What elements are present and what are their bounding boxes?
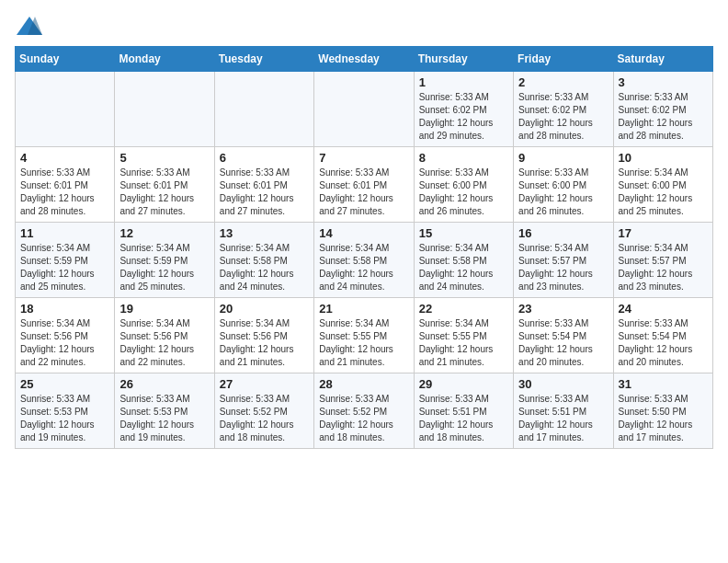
day-number: 20	[220, 302, 309, 316]
cell-details: Sunrise: 5:33 AM Sunset: 6:01 PM Dayligh…	[319, 167, 408, 218]
col-header-monday: Monday	[115, 47, 214, 72]
cell-details: Sunrise: 5:33 AM Sunset: 5:53 PM Dayligh…	[119, 393, 209, 444]
day-number: 2	[518, 75, 608, 89]
calendar-table: SundayMondayTuesdayWednesdayThursdayFrid…	[15, 46, 713, 449]
cell-details: Sunrise: 5:33 AM Sunset: 6:02 PM Dayligh…	[518, 91, 608, 143]
day-number: 1	[419, 75, 508, 89]
cell-details: Sunrise: 5:33 AM Sunset: 6:02 PM Dayligh…	[619, 91, 708, 143]
calendar-week-5: 25Sunrise: 5:33 AM Sunset: 5:53 PM Dayli…	[16, 373, 713, 449]
day-number: 12	[119, 226, 209, 240]
calendar-header-row: SundayMondayTuesdayWednesdayThursdayFrid…	[16, 47, 713, 72]
cell-details: Sunrise: 5:34 AM Sunset: 5:56 PM Dayligh…	[220, 317, 309, 369]
calendar-cell	[16, 72, 115, 147]
day-number: 5	[119, 151, 209, 165]
cell-details: Sunrise: 5:33 AM Sunset: 5:51 PM Dayligh…	[518, 393, 608, 444]
col-header-thursday: Thursday	[414, 47, 513, 72]
cell-details: Sunrise: 5:33 AM Sunset: 5:50 PM Dayligh…	[619, 393, 708, 444]
col-header-friday: Friday	[514, 47, 613, 72]
day-number: 21	[319, 302, 408, 316]
logo	[15, 15, 48, 40]
calendar-week-3: 11Sunrise: 5:34 AM Sunset: 5:59 PM Dayli…	[16, 223, 713, 298]
cell-details: Sunrise: 5:33 AM Sunset: 5:54 PM Dayligh…	[619, 317, 708, 369]
day-number: 22	[419, 302, 508, 316]
day-number: 7	[319, 151, 408, 165]
cell-details: Sunrise: 5:33 AM Sunset: 6:00 PM Dayligh…	[518, 167, 608, 218]
day-number: 18	[20, 302, 109, 316]
day-number: 25	[20, 377, 109, 391]
cell-details: Sunrise: 5:33 AM Sunset: 5:51 PM Dayligh…	[419, 393, 508, 444]
cell-details: Sunrise: 5:34 AM Sunset: 5:56 PM Dayligh…	[20, 317, 109, 369]
cell-details: Sunrise: 5:33 AM Sunset: 5:52 PM Dayligh…	[220, 393, 309, 444]
cell-details: Sunrise: 5:34 AM Sunset: 6:00 PM Dayligh…	[619, 167, 708, 218]
calendar-cell: 24Sunrise: 5:33 AM Sunset: 5:54 PM Dayli…	[613, 298, 712, 373]
calendar-cell: 31Sunrise: 5:33 AM Sunset: 5:50 PM Dayli…	[613, 373, 712, 449]
calendar-cell	[214, 72, 313, 147]
cell-details: Sunrise: 5:34 AM Sunset: 5:59 PM Dayligh…	[119, 242, 209, 293]
cell-details: Sunrise: 5:34 AM Sunset: 5:55 PM Dayligh…	[319, 317, 408, 369]
calendar-cell	[314, 72, 414, 147]
day-number: 23	[518, 302, 608, 316]
calendar-cell	[115, 72, 214, 147]
cell-details: Sunrise: 5:34 AM Sunset: 5:57 PM Dayligh…	[619, 242, 708, 293]
calendar-cell: 22Sunrise: 5:34 AM Sunset: 5:55 PM Dayli…	[414, 298, 513, 373]
cell-details: Sunrise: 5:33 AM Sunset: 6:01 PM Dayligh…	[220, 167, 309, 218]
calendar-cell: 28Sunrise: 5:33 AM Sunset: 5:52 PM Dayli…	[314, 373, 414, 449]
day-number: 16	[518, 226, 608, 240]
calendar-cell: 25Sunrise: 5:33 AM Sunset: 5:53 PM Dayli…	[16, 373, 115, 449]
calendar-cell: 18Sunrise: 5:34 AM Sunset: 5:56 PM Dayli…	[16, 298, 115, 373]
day-number: 11	[20, 226, 109, 240]
col-header-wednesday: Wednesday	[314, 47, 414, 72]
cell-details: Sunrise: 5:33 AM Sunset: 5:54 PM Dayligh…	[518, 317, 608, 369]
cell-details: Sunrise: 5:34 AM Sunset: 5:59 PM Dayligh…	[20, 242, 109, 293]
day-number: 17	[619, 226, 708, 240]
calendar-cell: 20Sunrise: 5:34 AM Sunset: 5:56 PM Dayli…	[214, 298, 313, 373]
calendar-cell: 19Sunrise: 5:34 AM Sunset: 5:56 PM Dayli…	[115, 298, 214, 373]
calendar-cell: 1Sunrise: 5:33 AM Sunset: 6:02 PM Daylig…	[414, 72, 513, 147]
calendar-cell: 9Sunrise: 5:33 AM Sunset: 6:00 PM Daylig…	[514, 147, 613, 223]
cell-details: Sunrise: 5:34 AM Sunset: 5:58 PM Dayligh…	[220, 242, 309, 293]
col-header-tuesday: Tuesday	[214, 47, 313, 72]
calendar-cell: 16Sunrise: 5:34 AM Sunset: 5:57 PM Dayli…	[514, 223, 613, 298]
cell-details: Sunrise: 5:34 AM Sunset: 5:56 PM Dayligh…	[119, 317, 209, 369]
calendar-cell: 12Sunrise: 5:34 AM Sunset: 5:59 PM Dayli…	[115, 223, 214, 298]
cell-details: Sunrise: 5:33 AM Sunset: 6:01 PM Dayligh…	[119, 167, 209, 218]
calendar-cell: 21Sunrise: 5:34 AM Sunset: 5:55 PM Dayli…	[314, 298, 414, 373]
calendar-cell: 17Sunrise: 5:34 AM Sunset: 5:57 PM Dayli…	[613, 223, 712, 298]
cell-details: Sunrise: 5:34 AM Sunset: 5:57 PM Dayligh…	[518, 242, 608, 293]
calendar-cell: 7Sunrise: 5:33 AM Sunset: 6:01 PM Daylig…	[314, 147, 414, 223]
day-number: 8	[419, 151, 508, 165]
day-number: 28	[319, 377, 408, 391]
day-number: 26	[119, 377, 209, 391]
calendar-cell: 2Sunrise: 5:33 AM Sunset: 6:02 PM Daylig…	[514, 72, 613, 147]
calendar-week-4: 18Sunrise: 5:34 AM Sunset: 5:56 PM Dayli…	[16, 298, 713, 373]
cell-details: Sunrise: 5:33 AM Sunset: 5:52 PM Dayligh…	[319, 393, 408, 444]
logo-icon	[15, 15, 44, 40]
day-number: 9	[518, 151, 608, 165]
calendar-week-2: 4Sunrise: 5:33 AM Sunset: 6:01 PM Daylig…	[16, 147, 713, 223]
day-number: 24	[619, 302, 708, 316]
calendar-cell: 11Sunrise: 5:34 AM Sunset: 5:59 PM Dayli…	[16, 223, 115, 298]
cell-details: Sunrise: 5:34 AM Sunset: 5:58 PM Dayligh…	[419, 242, 508, 293]
day-number: 19	[119, 302, 209, 316]
day-number: 27	[220, 377, 309, 391]
calendar-cell: 29Sunrise: 5:33 AM Sunset: 5:51 PM Dayli…	[414, 373, 513, 449]
calendar-cell: 4Sunrise: 5:33 AM Sunset: 6:01 PM Daylig…	[16, 147, 115, 223]
day-number: 4	[20, 151, 109, 165]
day-number: 10	[619, 151, 708, 165]
cell-details: Sunrise: 5:34 AM Sunset: 5:58 PM Dayligh…	[319, 242, 408, 293]
calendar-cell: 6Sunrise: 5:33 AM Sunset: 6:01 PM Daylig…	[214, 147, 313, 223]
calendar-cell: 30Sunrise: 5:33 AM Sunset: 5:51 PM Dayli…	[514, 373, 613, 449]
calendar-cell: 27Sunrise: 5:33 AM Sunset: 5:52 PM Dayli…	[214, 373, 313, 449]
cell-details: Sunrise: 5:33 AM Sunset: 5:53 PM Dayligh…	[20, 393, 109, 444]
cell-details: Sunrise: 5:33 AM Sunset: 6:00 PM Dayligh…	[419, 167, 508, 218]
day-number: 13	[220, 226, 309, 240]
calendar-cell: 23Sunrise: 5:33 AM Sunset: 5:54 PM Dayli…	[514, 298, 613, 373]
col-header-saturday: Saturday	[613, 47, 712, 72]
day-number: 30	[518, 377, 608, 391]
calendar-cell: 10Sunrise: 5:34 AM Sunset: 6:00 PM Dayli…	[613, 147, 712, 223]
calendar-week-1: 1Sunrise: 5:33 AM Sunset: 6:02 PM Daylig…	[16, 72, 713, 147]
calendar-cell: 13Sunrise: 5:34 AM Sunset: 5:58 PM Dayli…	[214, 223, 313, 298]
day-number: 14	[319, 226, 408, 240]
calendar-cell: 15Sunrise: 5:34 AM Sunset: 5:58 PM Dayli…	[414, 223, 513, 298]
day-number: 6	[220, 151, 309, 165]
